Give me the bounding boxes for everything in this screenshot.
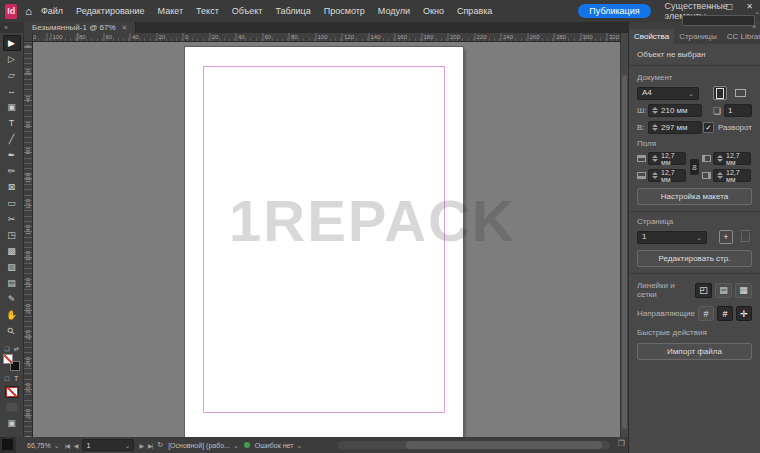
spread-view-icon[interactable]: ❐ <box>618 440 625 448</box>
line-tool[interactable]: ╱ <box>3 131 21 147</box>
margin-inside-stepper[interactable]: 12,7 мм <box>713 152 751 165</box>
stepper-arrows-icon[interactable] <box>652 155 658 162</box>
pasteboard[interactable]: 1REPACK <box>33 42 620 437</box>
menu-object[interactable]: Объект <box>232 6 263 16</box>
note-tool[interactable]: ▤ <box>3 275 21 291</box>
content-collector-tool[interactable]: ▣ <box>3 99 21 115</box>
gap-tool[interactable]: ↔ <box>3 83 21 99</box>
page-size-select[interactable]: A4 ⌄ <box>637 87 699 100</box>
preflight-combo[interactable]: Ошибок нет ⌄ <box>255 442 303 449</box>
orientation-landscape-button[interactable] <box>733 86 747 100</box>
adjust-layout-button[interactable]: Настройка макета <box>637 188 752 205</box>
fill-none-swatch[interactable] <box>3 354 13 364</box>
swap-fill-stroke-icon[interactable]: ⇄ <box>14 345 19 352</box>
pencil-tool[interactable]: ✏ <box>3 163 21 179</box>
facing-pages-label: Разворот <box>718 123 752 132</box>
toggle-rulers-button[interactable]: ◰ <box>695 283 712 298</box>
minimize-button[interactable]: – <box>708 2 712 11</box>
gradient-swatch-tool[interactable]: ▩ <box>3 243 21 259</box>
vertical-scrollbar-thumb[interactable] <box>622 75 627 429</box>
horizontal-scrollbar[interactable] <box>338 441 610 449</box>
stepper-arrows-icon[interactable] <box>717 155 723 162</box>
vertical-scrollbar[interactable] <box>620 33 628 437</box>
first-page-button[interactable]: |◀ <box>65 442 69 449</box>
horizontal-scrollbar-thumb[interactable] <box>406 441 602 449</box>
tab-cc-libraries[interactable]: CC Librarie <box>722 29 760 44</box>
margin-top-stepper[interactable]: 12,7 мм <box>648 152 686 165</box>
selection-tool[interactable]: ▶ <box>3 35 21 51</box>
pages-count-field[interactable]: 1 <box>724 104 752 117</box>
sync-icon[interactable]: ↻ <box>157 441 163 449</box>
type-tool[interactable]: T <box>3 115 21 131</box>
page-number-combo[interactable]: 1 ⌄ <box>82 439 134 451</box>
menu-file[interactable]: Файл <box>41 6 63 16</box>
stepper-arrows-icon[interactable] <box>652 124 658 131</box>
current-page-select[interactable]: 1 ⌄ <box>637 231 707 244</box>
maximize-button[interactable]: ▢ <box>726 2 734 11</box>
apply-color-swatch[interactable] <box>6 402 18 412</box>
toggle-baseline-grid-button[interactable]: ▤ <box>715 283 732 298</box>
publish-button[interactable]: Публикация <box>578 4 650 18</box>
zoom-tool[interactable]: ⚲ <box>3 323 21 339</box>
ruler-origin-corner[interactable] <box>24 33 33 42</box>
previous-page-button[interactable]: ◀ <box>74 442 78 449</box>
pen-tool[interactable]: ✒ <box>3 147 21 163</box>
orientation-portrait-button[interactable] <box>713 86 727 100</box>
import-file-button[interactable]: Импорт файла <box>637 343 752 360</box>
facing-pages-checkbox[interactable]: ✓ <box>703 122 714 133</box>
link-margins-icon[interactable]: 8 <box>690 159 699 175</box>
close-button[interactable]: ✕ <box>746 2 753 11</box>
margin-bottom-stepper[interactable]: 12,7 мм <box>648 169 686 182</box>
document-tab[interactable]: Безымянный-1 @ 67% ✕ <box>24 22 136 33</box>
edit-page-button[interactable]: Редактировать стр. <box>637 250 752 267</box>
formatting-affects-container-icon[interactable]: □ <box>5 375 9 382</box>
default-fill-stroke-icon[interactable]: ❏ <box>4 345 9 352</box>
rectangle-frame-tool[interactable]: ⊠ <box>3 179 21 195</box>
hand-tool[interactable]: ✋ <box>3 307 21 323</box>
apply-none-swatch[interactable] <box>6 387 18 397</box>
menu-view[interactable]: Просмотр <box>324 6 365 16</box>
tab-close-icon[interactable]: ✕ <box>122 22 128 33</box>
menu-edit[interactable]: Редактирование <box>76 6 145 16</box>
next-page-button[interactable]: ▶ <box>139 442 143 449</box>
last-page-button[interactable]: ▶| <box>148 442 152 449</box>
color-theme-tool[interactable]: ✎ <box>3 291 21 307</box>
zoom-level-combo[interactable]: 66,75% ⌄ <box>27 442 60 449</box>
tools-panel-collapse-icon[interactable]: » <box>0 22 24 33</box>
height-stepper[interactable]: 297 мм <box>648 121 702 134</box>
menu-layout[interactable]: Макет <box>158 6 183 16</box>
scissors-tool[interactable]: ✂ <box>3 211 21 227</box>
toggle-document-grid-button[interactable]: ▦ <box>735 283 752 298</box>
formatting-affects-text-icon[interactable]: T <box>14 375 18 382</box>
direct-selection-tool[interactable]: ▷ <box>3 51 21 67</box>
horizontal-ruler[interactable]: 1201008060402002040608010012014016018020… <box>33 33 620 42</box>
page-tool[interactable]: ▱ <box>3 67 21 83</box>
tab-pages[interactable]: Страницы <box>674 29 722 44</box>
menu-window[interactable]: Окно <box>423 6 444 16</box>
layout-combo[interactable]: [Основной] (рабо... ⌄ <box>168 442 239 449</box>
lock-guides-button[interactable]: # <box>717 306 733 321</box>
screen-mode-button[interactable]: ▣ <box>7 418 16 428</box>
stepper-arrows-icon[interactable] <box>717 172 723 179</box>
rulers-grids-row: Линейки и сетки ◰ ▤ ▦ <box>637 281 752 299</box>
add-page-button[interactable]: + <box>719 230 733 244</box>
vertical-ruler[interactable]: 0204060801001201401601802002202402602803… <box>24 42 33 437</box>
menu-help[interactable]: Справка <box>457 6 492 16</box>
stepper-arrows-icon[interactable] <box>652 172 658 179</box>
search-input[interactable] <box>682 15 755 26</box>
home-icon[interactable]: ⌂ <box>25 6 32 17</box>
rectangle-tool[interactable]: ▭ <box>3 195 21 211</box>
menu-table[interactable]: Таблица <box>275 6 310 16</box>
toggle-guides-button[interactable]: # <box>698 306 714 321</box>
smart-guides-button[interactable]: ✛ <box>736 306 752 321</box>
menu-type[interactable]: Текст <box>196 6 219 16</box>
margin-outside-stepper[interactable]: 12,7 мм <box>713 169 751 182</box>
gradient-feather-tool[interactable]: ▨ <box>3 259 21 275</box>
tab-properties[interactable]: Свойства <box>629 29 674 44</box>
free-transform-tool[interactable]: ◳ <box>3 227 21 243</box>
menu-plugins[interactable]: Модули <box>378 6 410 16</box>
margin-inside-value: 12,7 мм <box>726 152 749 166</box>
width-stepper[interactable]: 210 мм <box>648 104 702 117</box>
stepper-arrows-icon[interactable] <box>652 107 658 114</box>
delete-page-icon[interactable] <box>741 233 750 242</box>
